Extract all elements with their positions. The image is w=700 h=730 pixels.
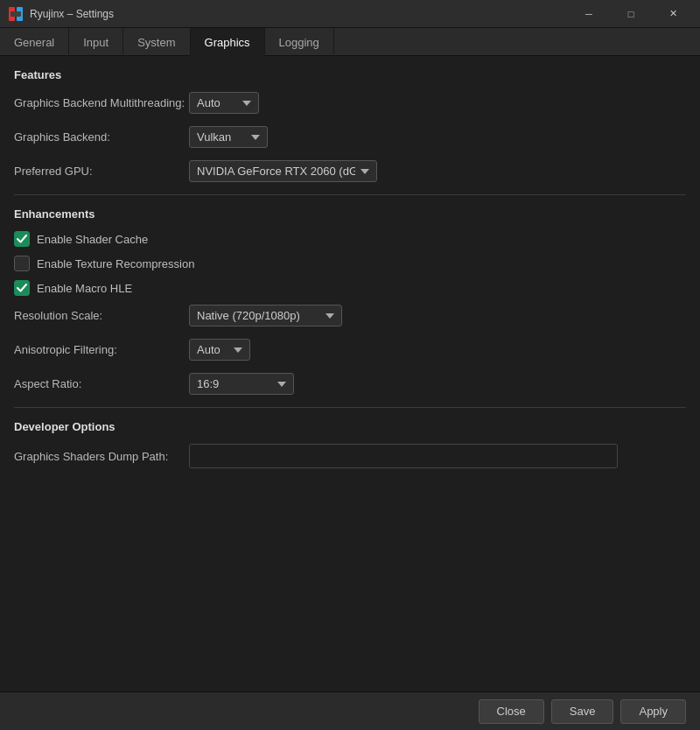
tab-input[interactable]: Input xyxy=(69,28,123,56)
developer-header: Developer Options xyxy=(14,420,686,433)
aspect-ratio-label: Aspect Ratio: xyxy=(14,377,189,390)
backend-multithreading-label: Graphics Backend Multithreading: xyxy=(14,96,189,109)
shaders-dump-path-label: Graphics Shaders Dump Path: xyxy=(14,450,189,463)
save-button[interactable]: Save xyxy=(551,699,614,724)
shader-cache-label: Enable Shader Cache xyxy=(37,233,148,246)
graphics-backend-row: Graphics Backend: Vulkan OpenGL xyxy=(14,126,686,148)
shader-cache-row: Enable Shader Cache xyxy=(14,231,686,247)
tab-general[interactable]: General xyxy=(0,28,69,56)
macro-hle-label: Enable Macro HLE xyxy=(37,282,132,295)
enhancements-divider xyxy=(14,407,686,408)
resolution-scale-label: Resolution Scale: xyxy=(14,309,189,322)
shader-cache-checkbox[interactable] xyxy=(14,231,30,247)
preferred-gpu-row: Preferred GPU: NVIDIA GeForce RTX 2060 (… xyxy=(14,160,686,182)
checkmark-icon xyxy=(17,284,27,292)
tab-graphics[interactable]: Graphics xyxy=(191,28,265,56)
checkmark-icon xyxy=(17,235,27,243)
anisotropic-filtering-row: Anisotropic Filtering: Auto 2x 4x 8x 16x xyxy=(14,339,686,361)
resolution-scale-select[interactable]: Native (720p/1080p) 2x (1440p/2160p) 3x … xyxy=(189,305,342,326)
tab-system[interactable]: System xyxy=(123,28,190,56)
close-button[interactable]: Close xyxy=(479,699,544,724)
settings-content: Features Graphics Backend Multithreading… xyxy=(0,56,700,691)
window-controls: ─ □ ✕ xyxy=(569,0,693,28)
titlebar: Ryujinx – Settings ─ □ ✕ xyxy=(0,0,700,28)
macro-hle-checkbox[interactable] xyxy=(14,280,30,296)
svg-rect-2 xyxy=(10,11,21,17)
anisotropic-filtering-select[interactable]: Auto 2x 4x 8x 16x xyxy=(189,339,250,361)
texture-recompression-label: Enable Texture Recompression xyxy=(37,257,194,270)
features-divider xyxy=(14,194,686,195)
bottom-bar: Close Save Apply xyxy=(0,691,700,730)
apply-button[interactable]: Apply xyxy=(620,699,686,724)
tab-bar: General Input System Graphics Logging xyxy=(0,28,700,56)
texture-recompression-row: Enable Texture Recompression xyxy=(14,256,686,271)
graphics-backend-label: Graphics Backend: xyxy=(14,130,189,144)
maximize-button[interactable]: □ xyxy=(611,0,651,28)
shaders-dump-path-input[interactable] xyxy=(189,444,618,468)
close-button[interactable]: ✕ xyxy=(653,0,693,28)
anisotropic-filtering-label: Anisotropic Filtering: xyxy=(14,343,189,356)
features-header: Features xyxy=(14,68,686,81)
resolution-scale-row: Resolution Scale: Native (720p/1080p) 2x… xyxy=(14,305,686,326)
backend-multithreading-select[interactable]: Auto On Off xyxy=(189,92,259,114)
graphics-backend-select[interactable]: Vulkan OpenGL xyxy=(189,126,268,148)
minimize-button[interactable]: ─ xyxy=(569,0,609,28)
window-title: Ryujinx – Settings xyxy=(30,8,569,20)
preferred-gpu-select[interactable]: NVIDIA GeForce RTX 2060 (dGPU) Default xyxy=(189,160,377,182)
shaders-dump-path-row: Graphics Shaders Dump Path: xyxy=(14,444,686,468)
app-icon xyxy=(7,5,24,23)
macro-hle-row: Enable Macro HLE xyxy=(14,280,686,296)
backend-multithreading-row: Graphics Backend Multithreading: Auto On… xyxy=(14,92,686,114)
aspect-ratio-row: Aspect Ratio: 16:9 4:3 Stretched xyxy=(14,373,686,395)
preferred-gpu-label: Preferred GPU: xyxy=(14,165,189,178)
enhancements-header: Enhancements xyxy=(14,207,686,221)
texture-recompression-checkbox[interactable] xyxy=(14,256,30,271)
aspect-ratio-select[interactable]: 16:9 4:3 Stretched xyxy=(189,373,294,395)
tab-logging[interactable]: Logging xyxy=(265,28,334,56)
